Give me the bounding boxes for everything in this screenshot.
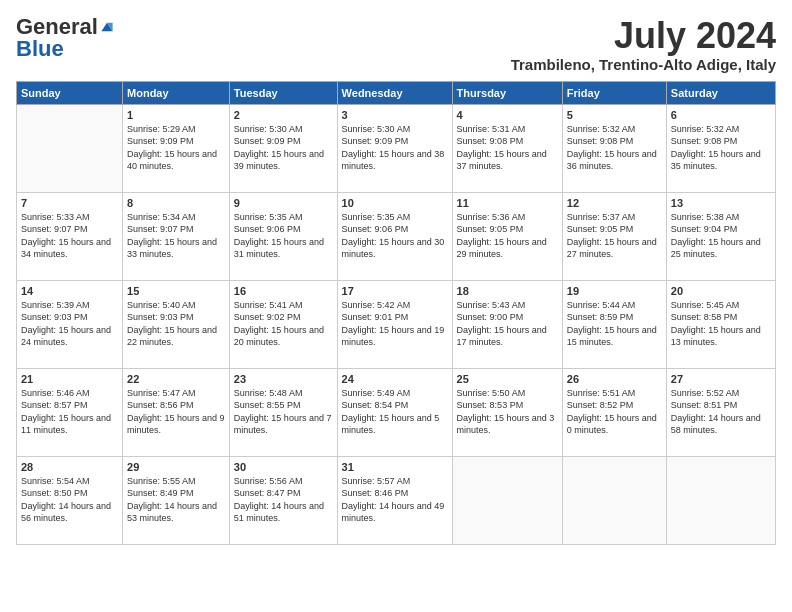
day-info: Sunrise: 5:35 AMSunset: 9:06 PMDaylight:… — [342, 211, 448, 261]
day-info: Sunrise: 5:57 AMSunset: 8:46 PMDaylight:… — [342, 475, 448, 525]
day-number: 17 — [342, 285, 448, 297]
day-number: 25 — [457, 373, 558, 385]
day-info: Sunrise: 5:46 AMSunset: 8:57 PMDaylight:… — [21, 387, 118, 437]
day-info: Sunrise: 5:32 AMSunset: 9:08 PMDaylight:… — [567, 123, 662, 173]
day-number: 13 — [671, 197, 771, 209]
calendar-cell: 19Sunrise: 5:44 AMSunset: 8:59 PMDayligh… — [562, 280, 666, 368]
day-number: 22 — [127, 373, 225, 385]
calendar-cell — [17, 104, 123, 192]
header-row: SundayMondayTuesdayWednesdayThursdayFrid… — [17, 81, 776, 104]
day-info: Sunrise: 5:48 AMSunset: 8:55 PMDaylight:… — [234, 387, 333, 437]
calendar-cell: 3Sunrise: 5:30 AMSunset: 9:09 PMDaylight… — [337, 104, 452, 192]
calendar-cell: 2Sunrise: 5:30 AMSunset: 9:09 PMDaylight… — [229, 104, 337, 192]
day-number: 20 — [671, 285, 771, 297]
calendar-body: 1Sunrise: 5:29 AMSunset: 9:09 PMDaylight… — [17, 104, 776, 544]
day-info: Sunrise: 5:31 AMSunset: 9:08 PMDaylight:… — [457, 123, 558, 173]
day-number: 5 — [567, 109, 662, 121]
day-number: 2 — [234, 109, 333, 121]
calendar-cell: 9Sunrise: 5:35 AMSunset: 9:06 PMDaylight… — [229, 192, 337, 280]
header-day: Tuesday — [229, 81, 337, 104]
day-number: 15 — [127, 285, 225, 297]
calendar-cell: 26Sunrise: 5:51 AMSunset: 8:52 PMDayligh… — [562, 368, 666, 456]
header-day: Thursday — [452, 81, 562, 104]
logo-blue: Blue — [16, 38, 64, 60]
calendar-cell: 1Sunrise: 5:29 AMSunset: 9:09 PMDaylight… — [123, 104, 230, 192]
calendar-cell: 27Sunrise: 5:52 AMSunset: 8:51 PMDayligh… — [666, 368, 775, 456]
header-day: Friday — [562, 81, 666, 104]
calendar-week-row: 1Sunrise: 5:29 AMSunset: 9:09 PMDaylight… — [17, 104, 776, 192]
calendar-cell: 23Sunrise: 5:48 AMSunset: 8:55 PMDayligh… — [229, 368, 337, 456]
day-info: Sunrise: 5:34 AMSunset: 9:07 PMDaylight:… — [127, 211, 225, 261]
calendar-cell: 28Sunrise: 5:54 AMSunset: 8:50 PMDayligh… — [17, 456, 123, 544]
calendar-cell: 13Sunrise: 5:38 AMSunset: 9:04 PMDayligh… — [666, 192, 775, 280]
day-number: 23 — [234, 373, 333, 385]
calendar-cell: 8Sunrise: 5:34 AMSunset: 9:07 PMDaylight… — [123, 192, 230, 280]
day-info: Sunrise: 5:45 AMSunset: 8:58 PMDaylight:… — [671, 299, 771, 349]
calendar-cell: 11Sunrise: 5:36 AMSunset: 9:05 PMDayligh… — [452, 192, 562, 280]
calendar-week-row: 28Sunrise: 5:54 AMSunset: 8:50 PMDayligh… — [17, 456, 776, 544]
day-info: Sunrise: 5:39 AMSunset: 9:03 PMDaylight:… — [21, 299, 118, 349]
day-number: 29 — [127, 461, 225, 473]
day-info: Sunrise: 5:50 AMSunset: 8:53 PMDaylight:… — [457, 387, 558, 437]
day-info: Sunrise: 5:55 AMSunset: 8:49 PMDaylight:… — [127, 475, 225, 525]
day-info: Sunrise: 5:35 AMSunset: 9:06 PMDaylight:… — [234, 211, 333, 261]
location-title: Trambileno, Trentino-Alto Adige, Italy — [511, 56, 776, 73]
day-number: 8 — [127, 197, 225, 209]
calendar-cell: 10Sunrise: 5:35 AMSunset: 9:06 PMDayligh… — [337, 192, 452, 280]
calendar-cell: 30Sunrise: 5:56 AMSunset: 8:47 PMDayligh… — [229, 456, 337, 544]
day-info: Sunrise: 5:47 AMSunset: 8:56 PMDaylight:… — [127, 387, 225, 437]
day-info: Sunrise: 5:54 AMSunset: 8:50 PMDaylight:… — [21, 475, 118, 525]
calendar-table: SundayMondayTuesdayWednesdayThursdayFrid… — [16, 81, 776, 545]
day-info: Sunrise: 5:44 AMSunset: 8:59 PMDaylight:… — [567, 299, 662, 349]
calendar-cell: 21Sunrise: 5:46 AMSunset: 8:57 PMDayligh… — [17, 368, 123, 456]
day-info: Sunrise: 5:30 AMSunset: 9:09 PMDaylight:… — [234, 123, 333, 173]
day-number: 26 — [567, 373, 662, 385]
header-day: Saturday — [666, 81, 775, 104]
logo: General Blue — [16, 16, 114, 60]
page-header: General Blue July 2024 Trambileno, Trent… — [16, 16, 776, 73]
day-info: Sunrise: 5:32 AMSunset: 9:08 PMDaylight:… — [671, 123, 771, 173]
day-info: Sunrise: 5:30 AMSunset: 9:09 PMDaylight:… — [342, 123, 448, 173]
calendar-cell: 31Sunrise: 5:57 AMSunset: 8:46 PMDayligh… — [337, 456, 452, 544]
day-number: 3 — [342, 109, 448, 121]
day-info: Sunrise: 5:38 AMSunset: 9:04 PMDaylight:… — [671, 211, 771, 261]
day-info: Sunrise: 5:33 AMSunset: 9:07 PMDaylight:… — [21, 211, 118, 261]
day-number: 28 — [21, 461, 118, 473]
day-number: 1 — [127, 109, 225, 121]
day-info: Sunrise: 5:52 AMSunset: 8:51 PMDaylight:… — [671, 387, 771, 437]
day-number: 7 — [21, 197, 118, 209]
day-number: 16 — [234, 285, 333, 297]
day-info: Sunrise: 5:43 AMSunset: 9:00 PMDaylight:… — [457, 299, 558, 349]
day-info: Sunrise: 5:29 AMSunset: 9:09 PMDaylight:… — [127, 123, 225, 173]
calendar-cell: 7Sunrise: 5:33 AMSunset: 9:07 PMDaylight… — [17, 192, 123, 280]
header-day: Wednesday — [337, 81, 452, 104]
day-number: 24 — [342, 373, 448, 385]
calendar-cell: 20Sunrise: 5:45 AMSunset: 8:58 PMDayligh… — [666, 280, 775, 368]
day-info: Sunrise: 5:42 AMSunset: 9:01 PMDaylight:… — [342, 299, 448, 349]
calendar-cell: 17Sunrise: 5:42 AMSunset: 9:01 PMDayligh… — [337, 280, 452, 368]
calendar-cell: 12Sunrise: 5:37 AMSunset: 9:05 PMDayligh… — [562, 192, 666, 280]
day-number: 31 — [342, 461, 448, 473]
day-number: 9 — [234, 197, 333, 209]
calendar-week-row: 7Sunrise: 5:33 AMSunset: 9:07 PMDaylight… — [17, 192, 776, 280]
day-number: 19 — [567, 285, 662, 297]
calendar-cell: 24Sunrise: 5:49 AMSunset: 8:54 PMDayligh… — [337, 368, 452, 456]
day-info: Sunrise: 5:37 AMSunset: 9:05 PMDaylight:… — [567, 211, 662, 261]
day-number: 21 — [21, 373, 118, 385]
calendar-cell: 6Sunrise: 5:32 AMSunset: 9:08 PMDaylight… — [666, 104, 775, 192]
logo-icon — [100, 20, 114, 34]
day-info: Sunrise: 5:51 AMSunset: 8:52 PMDaylight:… — [567, 387, 662, 437]
calendar-cell: 16Sunrise: 5:41 AMSunset: 9:02 PMDayligh… — [229, 280, 337, 368]
month-year-title: July 2024 — [511, 16, 776, 56]
day-number: 10 — [342, 197, 448, 209]
calendar-cell — [562, 456, 666, 544]
logo-general: General — [16, 16, 98, 38]
calendar-cell: 5Sunrise: 5:32 AMSunset: 9:08 PMDaylight… — [562, 104, 666, 192]
day-number: 18 — [457, 285, 558, 297]
calendar-cell: 29Sunrise: 5:55 AMSunset: 8:49 PMDayligh… — [123, 456, 230, 544]
calendar-cell — [666, 456, 775, 544]
calendar-week-row: 21Sunrise: 5:46 AMSunset: 8:57 PMDayligh… — [17, 368, 776, 456]
day-info: Sunrise: 5:36 AMSunset: 9:05 PMDaylight:… — [457, 211, 558, 261]
calendar-cell: 15Sunrise: 5:40 AMSunset: 9:03 PMDayligh… — [123, 280, 230, 368]
day-info: Sunrise: 5:49 AMSunset: 8:54 PMDaylight:… — [342, 387, 448, 437]
